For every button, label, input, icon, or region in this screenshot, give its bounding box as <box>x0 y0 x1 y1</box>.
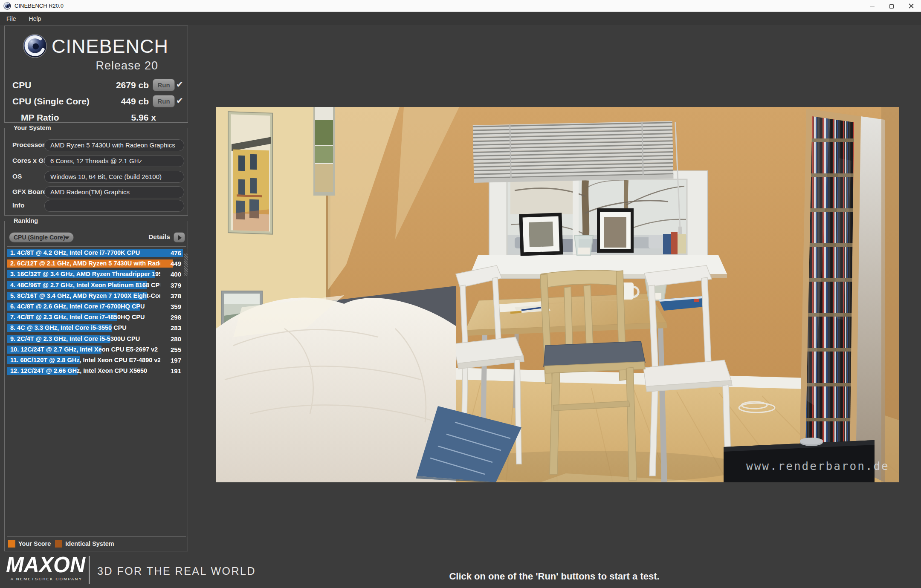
painting-partial <box>313 107 335 196</box>
ranking-row-label: 7. 4C/8T @ 2.3 GHz, Intel Core i7-4850HQ… <box>10 313 145 321</box>
render-preview-image: www.renderbaron.de <box>216 107 899 482</box>
ranking-row-label: 2. 6C/12T @ 2.1 GHz, AMD Ryzen 5 7430U w… <box>10 259 160 268</box>
ranking-row-score: 280 <box>171 335 181 343</box>
cpu-score-label: CPU <box>12 80 31 90</box>
ranking-row: 6. 4C/8T @ 2.6 GHz, Intel Core i7-6700HQ… <box>7 303 183 311</box>
title-bar: CINEBENCH R20.0 <box>0 0 921 12</box>
ranking-row: 3. 16C/32T @ 3.4 GHz, AMD Ryzen Threadri… <box>7 270 183 278</box>
ranking-row-label: 9. 2C/4T @ 2.3 GHz, Intel Core i5-5300U … <box>10 335 140 343</box>
info-label: Info <box>12 202 24 209</box>
mp-ratio-label: MP Ratio <box>21 112 59 123</box>
your-system-title: Your System <box>11 124 54 131</box>
ranking-row-label: 5. 8C/16T @ 3.4 GHz, AMD Ryzen 7 1700X E… <box>10 292 160 300</box>
info-value <box>44 200 184 212</box>
ranking-title: Ranking <box>11 217 41 224</box>
run-single-core-button[interactable]: Run <box>153 95 175 107</box>
menu-file[interactable]: File <box>0 12 23 25</box>
ranking-row-score: 379 <box>171 281 181 289</box>
ranking-row-label: 11. 60C/120T @ 2.8 GHz, Intel Xeon CPU E… <box>10 356 160 364</box>
status-message: Click on one of the 'Run' buttons to sta… <box>449 571 659 582</box>
sill-postcards <box>663 232 686 254</box>
mp-ratio-value: 5.96 x <box>96 112 156 123</box>
ranking-row-label: 1. 4C/8T @ 4.2 GHz, Intel Core i7-7700K … <box>10 249 140 257</box>
sill-candle-glass <box>574 236 593 255</box>
maxon-logo: MAXON A NEMETSCHEK COMPANY <box>6 554 87 581</box>
app-logo-title: CINEBENCH <box>52 35 168 58</box>
gfx-board-label: GFX Board <box>12 188 47 196</box>
chevron-right-icon <box>178 235 182 240</box>
single-core-score-label: CPU (Single Core) <box>12 96 90 107</box>
ranking-filter-value: CPU (Single Core) <box>14 234 65 241</box>
identical-system-swatch <box>55 540 62 548</box>
ranking-row-score: 400 <box>171 270 181 278</box>
run-cpu-button[interactable]: Run <box>153 79 175 91</box>
cpu-check-icon[interactable]: ✔ <box>176 79 183 89</box>
ranking-row: 7. 4C/8T @ 2.3 GHz, Intel Core i7-4850HQ… <box>7 313 183 321</box>
ranking-row-label: 4. 48C/96T @ 2.7 GHz, Intel Xeon Platinu… <box>10 281 160 289</box>
lighter <box>510 312 521 313</box>
sill-photo-frame-left <box>519 213 563 256</box>
minimize-icon <box>870 6 875 6</box>
cores-ghz-value: 6 Cores, 12 Threads @ 2.1 GHz <box>44 155 184 167</box>
ranking-row-score: 283 <box>171 324 181 332</box>
processor-label: Processor <box>12 141 45 149</box>
wall-corner <box>856 116 885 482</box>
ranking-scrollbar-thumb[interactable] <box>184 254 188 276</box>
details-button[interactable] <box>174 232 185 242</box>
ranking-scrollbar-track[interactable] <box>185 248 188 536</box>
menu-help[interactable]: Help <box>23 12 48 25</box>
your-score-label: Your Score <box>18 540 51 547</box>
ranking-row-label: 10. 12C/24T @ 2.7 GHz, Intel Xeon CPU E5… <box>10 346 158 354</box>
single-core-score-value: 449 cb <box>90 96 149 107</box>
ranking-row-label: 12. 12C/24T @ 2.66 GHz, Intel Xeon CPU X… <box>10 367 147 375</box>
ranking-legend: Your Score Identical System <box>8 540 119 548</box>
ranking-panel: Ranking CPU (Single Core) Details 1. 4C/… <box>4 221 188 551</box>
sill-photo-frame-right <box>597 208 634 253</box>
legend-your-score: Your Score <box>8 540 51 548</box>
ranking-row: 2. 6C/12T @ 2.1 GHz, AMD Ryzen 5 7430U w… <box>7 259 183 268</box>
cd-shelf <box>799 109 861 468</box>
ranking-row-label: 6. 4C/8T @ 2.6 GHz, Intel Core i7-6700HQ… <box>10 303 145 311</box>
single-core-check-icon[interactable]: ✔ <box>176 95 183 106</box>
ranking-row-score: 378 <box>171 292 181 300</box>
ranking-row-score: 191 <box>171 367 181 375</box>
cpu-score-value: 2679 cb <box>90 80 149 90</box>
ranking-row: 1. 4C/8T @ 4.2 GHz, Intel Core i7-7700K … <box>7 249 183 257</box>
restore-icon <box>889 4 894 9</box>
menu-bar: File Help <box>0 12 921 25</box>
render-watermark: www.renderbaron.de <box>746 460 889 473</box>
ranking-filter-dropdown[interactable]: CPU (Single Core) <box>9 232 74 242</box>
ranking-row: 11. 60C/120T @ 2.8 GHz, Intel Xeon CPU E… <box>7 356 183 364</box>
your-score-swatch <box>8 540 15 548</box>
close-button[interactable] <box>901 0 921 12</box>
ranking-row: 10. 12C/24T @ 2.7 GHz, Intel Xeon CPU E5… <box>7 346 183 354</box>
ranking-row-score: 298 <box>171 313 181 321</box>
ranking-list: 1. 4C/8T @ 4.2 GHz, Intel Core i7-7700K … <box>7 249 183 378</box>
ranking-row-label: 3. 16C/32T @ 3.4 GHz, AMD Ryzen Threadri… <box>10 270 160 278</box>
identical-system-label: Identical System <box>65 540 114 547</box>
legend-identical-system: Identical System <box>55 540 114 548</box>
minimize-button[interactable] <box>862 0 882 12</box>
your-system-panel: Your System Processor AMD Ryzen 5 7430U … <box>4 128 188 216</box>
ranking-row-label: 8. 4C @ 3.3 GHz, Intel Core i5-3550 CPU <box>10 324 127 332</box>
cinebench-logo-icon <box>23 34 47 58</box>
painting-watercolor <box>228 112 272 234</box>
score-panel: CINEBENCH Release 20 CPU 2679 cb Run ✔ C… <box>4 26 188 123</box>
details-label: Details <box>127 233 170 241</box>
maxon-wordmark: MAXON <box>6 553 87 576</box>
close-icon <box>909 3 914 9</box>
gfx-board-value: AMD Radeon(TM) Graphics <box>44 186 184 198</box>
restore-button[interactable] <box>882 0 901 12</box>
ranking-row: 8. 4C @ 3.3 GHz, Intel Core i5-3550 CPU … <box>7 324 183 332</box>
divider <box>89 556 90 584</box>
divider <box>7 536 186 537</box>
app-logo-subtitle: Release 20 <box>52 59 158 72</box>
ranking-row: 12. 12C/24T @ 2.66 GHz, Intel Xeon CPU X… <box>7 367 183 375</box>
ranking-row: 5. 8C/16T @ 3.4 GHz, AMD Ryzen 7 1700X E… <box>7 292 183 300</box>
ranking-row-score: 476 <box>171 249 181 257</box>
processor-value: AMD Ryzen 5 7430U with Radeon Graphics <box>44 139 184 151</box>
ranking-row: 4. 48C/96T @ 2.7 GHz, Intel Xeon Platinu… <box>7 281 183 289</box>
ranking-row-score: 359 <box>171 303 181 311</box>
divider <box>17 74 177 74</box>
ranking-row-score: 197 <box>171 356 181 364</box>
